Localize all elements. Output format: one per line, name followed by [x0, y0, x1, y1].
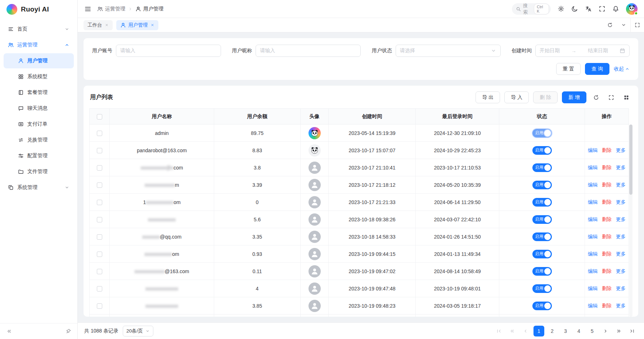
page-button-1[interactable]: 1 — [533, 326, 544, 336]
filter-input-1[interactable]: 请输入 — [256, 45, 361, 57]
filter-select-2[interactable]: 请选择 — [396, 45, 501, 57]
sidebar-item-2[interactable]: 用户管理 — [4, 53, 74, 68]
bell-icon[interactable] — [612, 5, 619, 12]
edit-link[interactable]: 编辑 — [588, 286, 598, 291]
query-button[interactable]: 查 询 — [585, 63, 609, 75]
more-link[interactable]: 更多 — [616, 165, 626, 170]
sidebar-collapse-button[interactable] — [5, 327, 13, 335]
edit-link[interactable]: 编辑 — [588, 182, 598, 187]
prev-5-pages-button[interactable] — [507, 326, 518, 336]
filter-input-0[interactable]: 请输入 — [116, 45, 221, 57]
sidebar-item-0[interactable]: 首页 — [4, 22, 74, 37]
delete-link[interactable]: 删除 — [602, 199, 612, 205]
close-icon[interactable] — [150, 23, 154, 27]
row-checkbox[interactable] — [97, 303, 102, 309]
collapse-filter-link[interactable]: 收起 — [614, 66, 630, 72]
first-page-button[interactable] — [494, 326, 504, 336]
delete-link[interactable]: 删除 — [602, 268, 612, 274]
edit-link[interactable]: 编辑 — [588, 148, 598, 153]
status-toggle[interactable]: 启用 — [532, 284, 552, 293]
select-all-checkbox[interactable] — [97, 114, 102, 119]
edit-link[interactable]: 编辑 — [588, 251, 598, 257]
delete-link[interactable]: 删除 — [602, 182, 612, 187]
status-toggle[interactable]: 启用 — [532, 302, 552, 310]
status-toggle[interactable]: 启用 — [532, 215, 552, 224]
next-5-pages-button[interactable] — [613, 326, 624, 336]
status-toggle[interactable]: 启用 — [532, 181, 552, 189]
app-logo[interactable]: Ruoyi AI — [0, 0, 77, 19]
pin-icon[interactable] — [64, 327, 72, 335]
page-button-2[interactable]: 2 — [547, 326, 558, 336]
sidebar-item-1[interactable]: 运营管理 — [4, 37, 74, 53]
row-checkbox[interactable] — [97, 234, 102, 240]
export-button[interactable]: 导 出 — [476, 91, 500, 103]
more-link[interactable]: 更多 — [616, 217, 626, 222]
more-link[interactable]: 更多 — [616, 286, 626, 291]
refresh-tab-icon[interactable] — [603, 18, 617, 32]
more-link[interactable]: 更多 — [616, 148, 626, 153]
page-button-3[interactable]: 3 — [560, 326, 571, 336]
edit-link[interactable]: 编辑 — [588, 303, 598, 308]
tab-0[interactable]: 工作台 — [84, 20, 113, 30]
delete-link[interactable]: 删除 — [602, 217, 612, 222]
breadcrumb-item-0[interactable]: 运营管理 — [97, 6, 125, 12]
tab-1[interactable]: 用户管理 — [116, 20, 158, 30]
edit-link[interactable]: 编辑 — [588, 268, 598, 274]
more-link[interactable]: 更多 — [616, 199, 626, 205]
more-link[interactable]: 更多 — [616, 251, 626, 257]
page-size-select[interactable]: 20条/页 — [123, 326, 153, 336]
row-checkbox[interactable] — [97, 286, 102, 291]
refresh-table-icon[interactable] — [591, 92, 602, 103]
row-checkbox[interactable] — [97, 200, 102, 205]
scrollbar-thumb[interactable] — [629, 125, 632, 195]
edit-link[interactable]: 编辑 — [588, 217, 598, 222]
sidebar-item-8[interactable]: 配置管理 — [4, 148, 74, 163]
row-checkbox[interactable] — [97, 131, 102, 136]
row-checkbox[interactable] — [97, 252, 102, 257]
reset-button[interactable]: 重 置 — [556, 63, 581, 75]
last-page-button[interactable] — [627, 326, 638, 336]
sidebar-item-10[interactable]: 系统管理 — [4, 180, 74, 195]
row-checkbox[interactable] — [97, 269, 102, 274]
edit-link[interactable]: 编辑 — [588, 199, 598, 205]
status-toggle[interactable]: 启用 — [532, 163, 552, 172]
search-input[interactable]: 搜索 Ctrl K — [512, 3, 551, 15]
vertical-scrollbar[interactable] — [629, 125, 632, 317]
user-avatar-button[interactable] — [626, 3, 638, 15]
gear-icon[interactable] — [558, 5, 564, 12]
edit-link[interactable]: 编辑 — [588, 234, 598, 239]
next-page-button[interactable] — [600, 326, 611, 336]
filter-daterange[interactable]: 开始日期→结束日期 — [535, 45, 630, 57]
table-fullscreen-icon[interactable] — [606, 92, 617, 103]
delete-link[interactable]: 删除 — [602, 286, 612, 291]
sidebar-item-6[interactable]: 支付订单 — [4, 117, 74, 132]
import-button[interactable]: 导 入 — [504, 91, 529, 103]
delete-link[interactable]: 删除 — [602, 251, 612, 257]
row-checkbox[interactable] — [97, 148, 102, 153]
delete-button[interactable]: 删 除 — [533, 91, 558, 103]
status-toggle[interactable]: 启用 — [532, 232, 552, 241]
page-button-4[interactable]: 4 — [573, 326, 584, 336]
sidebar-item-5[interactable]: 聊天消息 — [4, 101, 74, 116]
sidebar-item-9[interactable]: 文件管理 — [4, 164, 74, 179]
delete-link[interactable]: 删除 — [602, 165, 612, 170]
breadcrumb-item-1[interactable]: 用户管理 — [135, 6, 163, 12]
translate-icon[interactable] — [585, 5, 592, 12]
sidebar-item-4[interactable]: 套餐管理 — [4, 85, 74, 100]
prev-page-button[interactable] — [520, 326, 531, 336]
status-toggle[interactable]: 启用 — [532, 267, 552, 276]
maximize-view-icon[interactable] — [630, 18, 644, 32]
more-link[interactable]: 更多 — [616, 303, 626, 308]
close-icon[interactable] — [105, 23, 109, 27]
moon-icon[interactable] — [571, 5, 578, 12]
row-checkbox[interactable] — [97, 165, 102, 171]
delete-link[interactable]: 删除 — [602, 234, 612, 239]
hamburger-icon[interactable] — [84, 5, 91, 13]
status-toggle[interactable]: 启用 — [532, 146, 552, 155]
sidebar-item-7[interactable]: 兑换管理 — [4, 132, 74, 148]
more-link[interactable]: 更多 — [616, 182, 626, 187]
more-link[interactable]: 更多 — [616, 268, 626, 274]
sidebar-item-3[interactable]: 系统模型 — [4, 69, 74, 84]
delete-link[interactable]: 删除 — [602, 303, 612, 308]
status-toggle[interactable]: 启用 — [532, 129, 552, 137]
